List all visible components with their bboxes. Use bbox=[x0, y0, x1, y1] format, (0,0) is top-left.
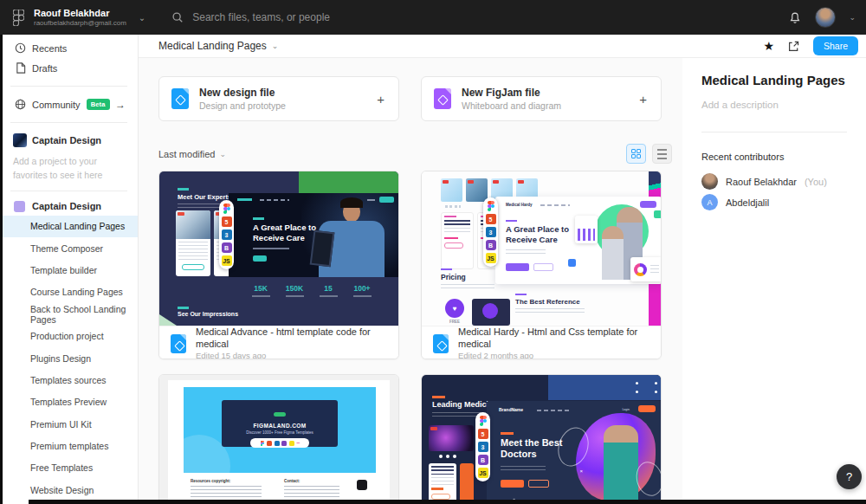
file-info-bar: Medical Advance - html template code for… bbox=[159, 326, 398, 359]
thumb-section-heading: The Best Reference bbox=[515, 298, 580, 306]
thumb-title: FIGMALAND.COM bbox=[222, 423, 338, 429]
arrow-right-icon[interactable]: → bbox=[115, 99, 126, 111]
project-label: Premium UI Kit bbox=[30, 419, 92, 430]
text-line-placeholder bbox=[431, 477, 454, 485]
divider bbox=[10, 191, 127, 191]
team-section-header[interactable]: Captain Design bbox=[0, 199, 138, 216]
sidebar-item-drafts[interactable]: Drafts bbox=[0, 58, 138, 78]
new-figjam-file-card[interactable]: New FigJam file Whiteboard and diagram + bbox=[421, 76, 662, 121]
sidebar-item-recents[interactable]: Recents bbox=[0, 38, 138, 58]
chevron-down-icon[interactable]: ⌄ bbox=[849, 13, 856, 22]
breadcrumb[interactable]: Medical Landing Pages ⌄ bbox=[158, 40, 278, 52]
javascript-icon: JS bbox=[486, 253, 496, 263]
project-label: Back to School Landing Pages bbox=[30, 304, 138, 325]
plus-icon[interactable]: + bbox=[377, 92, 385, 107]
project-label: Premium templates bbox=[30, 441, 108, 451]
sidebar-project-premium-templates[interactable]: Premium templates bbox=[0, 435, 138, 456]
sidebar-project-medical-landing-pages[interactable]: Medical Landing Pages bbox=[0, 216, 138, 237]
plus-icon[interactable]: + bbox=[639, 92, 647, 107]
favorites-team-header[interactable]: Captain Design bbox=[0, 131, 138, 149]
notifications-bell-icon[interactable] bbox=[788, 10, 802, 25]
user-email: raoufbelakhdarph@gmail.com bbox=[34, 19, 126, 28]
file-thumbnail: FIGMALAND.COM Discover 1000+ Free Figma … bbox=[159, 375, 398, 504]
file-card-medical-hardy[interactable]: Medical Hardy A Great Place toReceive Ca… bbox=[421, 171, 662, 359]
thumb-button bbox=[638, 405, 656, 412]
sort-dropdown[interactable]: Last modified ⌄ bbox=[158, 149, 226, 159]
sidebar-item-community[interactable]: Community Beta → bbox=[0, 94, 138, 114]
css3-icon bbox=[275, 441, 280, 446]
sidebar-project-back-to-school[interactable]: Back to School Landing Pages bbox=[0, 303, 138, 325]
text-line-placeholder bbox=[286, 295, 304, 297]
grid-view-button[interactable] bbox=[626, 144, 646, 164]
sidebar-project-templates-preview[interactable]: Templates Preview bbox=[0, 391, 138, 413]
signature-icon: ~ bbox=[296, 441, 300, 446]
main-content: New design file Design and prototype + N… bbox=[139, 58, 682, 504]
tech-icon-bar: ~ bbox=[250, 438, 309, 448]
account-menu[interactable]: Raouf Belakhdar raoufbelakhdarph@gmail.c… bbox=[34, 8, 126, 28]
chevron-down-icon: ⌄ bbox=[219, 150, 226, 158]
list-view-button[interactable] bbox=[652, 144, 672, 164]
divider bbox=[10, 122, 127, 123]
text-line-placeholder bbox=[444, 220, 470, 225]
javascript-icon: JS bbox=[478, 468, 488, 478]
decor-label bbox=[441, 268, 452, 270]
sidebar-project-template-builder[interactable]: Template builder bbox=[0, 259, 138, 281]
thumb-hero: BrandName Login Meet the BestDoctors × bbox=[487, 401, 661, 504]
thumb-card bbox=[472, 299, 510, 326]
thumb-photo bbox=[604, 425, 638, 500]
css3-icon: 3 bbox=[478, 442, 488, 452]
text-line-placeholder bbox=[506, 249, 546, 255]
chevron-down-icon: ⌄ bbox=[272, 42, 279, 50]
text-line-placeholder bbox=[178, 204, 224, 210]
text-line-placeholder bbox=[253, 248, 289, 249]
description-placeholder[interactable]: Add a description bbox=[701, 100, 779, 110]
new-design-file-card[interactable]: New design file Design and prototype + bbox=[158, 76, 399, 121]
file-icon bbox=[14, 62, 27, 74]
file-thumbnail: Leading Medicine BrandName Login Meet th… bbox=[422, 375, 661, 504]
file-card-leading-medicine[interactable]: Leading Medicine BrandName Login Meet th… bbox=[421, 374, 662, 504]
user-avatar[interactable] bbox=[815, 7, 836, 28]
project-label: Production project bbox=[30, 331, 104, 341]
stat-value: 100+ bbox=[352, 284, 372, 293]
project-label: Templates sources bbox=[30, 375, 107, 385]
sidebar-project-free-templates[interactable]: Free Templates bbox=[0, 457, 138, 479]
file-card-medical-advance[interactable]: Meet Our Experts A Great Place toReceive… bbox=[158, 171, 399, 359]
stat-value: 150K bbox=[284, 284, 305, 293]
file-thumbnail: Medical Hardy A Great Place toReceive Ca… bbox=[422, 171, 661, 326]
project-title: Medical Landing Pages bbox=[701, 73, 845, 87]
thumb-photo bbox=[441, 178, 462, 202]
search-input[interactable] bbox=[192, 11, 487, 23]
share-button[interactable]: Share bbox=[813, 36, 858, 55]
sidebar-project-production-project[interactable]: Production project bbox=[0, 325, 138, 346]
sidebar-project-theme-composer[interactable]: Theme Composer bbox=[0, 237, 138, 259]
decor-badge bbox=[274, 412, 286, 417]
help-button[interactable]: ? bbox=[837, 464, 862, 489]
divider bbox=[10, 86, 127, 87]
page-header: Medical Landing Pages ⌄ ★ Share bbox=[139, 35, 866, 58]
file-card-figmaland[interactable]: FIGMALAND.COM Discover 1000+ Free Figma … bbox=[158, 374, 399, 504]
export-icon[interactable] bbox=[787, 40, 800, 53]
thumb-footer-heading: Contact: bbox=[284, 479, 339, 483]
favorite-star-icon[interactable]: ★ bbox=[763, 40, 774, 52]
view-toggles bbox=[626, 144, 672, 164]
decor-donut-chart bbox=[634, 263, 647, 276]
team-name: Captain Design bbox=[32, 201, 101, 211]
thumb-stats: 15K 150K 15 100+ bbox=[250, 284, 372, 297]
sidebar: Recents Drafts Community Beta → Captain … bbox=[0, 35, 139, 504]
bootstrap-icon bbox=[281, 441, 287, 446]
chevron-down-icon[interactable]: ⌄ bbox=[139, 13, 145, 23]
thumb-card: FIGMALAND.COM Discover 1000+ Free Figma … bbox=[222, 400, 338, 447]
thumb-card bbox=[429, 463, 456, 504]
html5-icon: 5 bbox=[478, 429, 488, 439]
design-file-icon bbox=[171, 88, 189, 109]
sidebar-project-website-design[interactable]: Website Design bbox=[0, 479, 138, 501]
sidebar-project-premium-ui-kit[interactable]: Premium UI Kit bbox=[0, 413, 138, 435]
sidebar-project-plugins-design[interactable]: Plugins Design bbox=[0, 347, 138, 369]
file-title: Medical Advance - html template code for… bbox=[196, 326, 398, 351]
project-label: Templates Preview bbox=[30, 397, 107, 407]
topbar: Raouf Belakhdar raoufbelakhdarph@gmail.c… bbox=[0, 0, 866, 35]
sidebar-project-course-landing-pages[interactable]: Course Landing Pages bbox=[0, 281, 138, 303]
sidebar-project-templates-sources[interactable]: Templates sources bbox=[0, 369, 138, 391]
thumb-login-label: Login bbox=[622, 408, 630, 411]
user-name: Raouf Belakhdar bbox=[34, 8, 126, 19]
